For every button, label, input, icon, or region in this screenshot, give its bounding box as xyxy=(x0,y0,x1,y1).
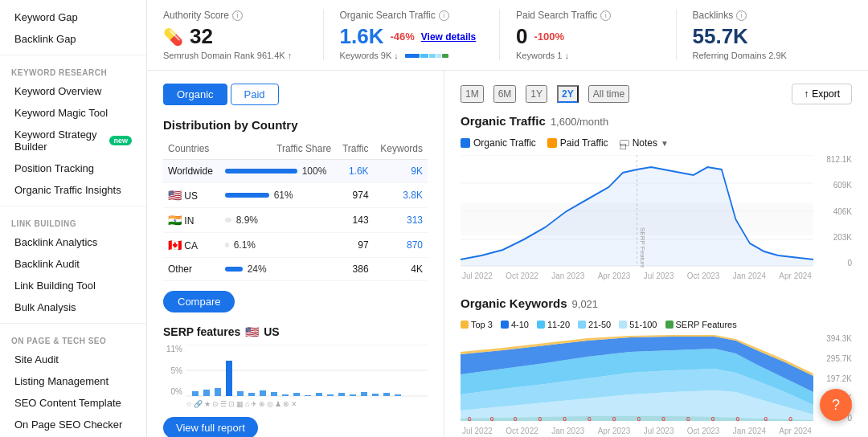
compare-button[interactable]: Compare xyxy=(163,291,235,312)
metric-value: 0 -100% xyxy=(516,24,660,49)
info-icon[interactable]: i xyxy=(600,10,611,21)
sidebar-item-label: Bulk Analysis xyxy=(14,301,76,313)
legend-top3: Top 3 xyxy=(461,320,493,329)
legend-color xyxy=(461,138,470,148)
info-icon[interactable]: i xyxy=(736,10,747,21)
legend-color xyxy=(619,321,627,329)
traffic-share: 8.9% xyxy=(220,208,336,233)
traffic-value: 143 xyxy=(336,208,374,233)
time-btn-6m[interactable]: 6M xyxy=(493,85,517,103)
legend-serp-features: SERP Features xyxy=(665,320,737,329)
export-button[interactable]: ↑ Export xyxy=(792,84,852,104)
right-panel: 1M 6M 1Y 2Y All time ↑ Export Organic Tr… xyxy=(444,71,868,437)
metric-title: Paid Search Traffic i xyxy=(516,10,660,21)
legend-color xyxy=(461,321,469,329)
notes-chevron[interactable]: ▼ xyxy=(661,139,669,148)
col-traffic: Traffic xyxy=(336,140,374,160)
keywords-value: 9K xyxy=(374,160,428,183)
serp-title: SERP features 🇺🇸 US xyxy=(163,325,428,338)
view-full-report-button[interactable]: View full report xyxy=(163,417,258,437)
metrics-bar: Authority Score i 💊 32 Semrush Domain Ra… xyxy=(147,0,868,71)
metric-sub: Semrush Domain Rank 961.4K ↑ xyxy=(163,51,307,60)
sidebar-item-link-building-tool[interactable]: Link Building Tool xyxy=(3,275,143,296)
sidebar-item-backlink-gap[interactable]: Backlink Gap xyxy=(3,28,143,50)
svg-text:G: G xyxy=(764,416,768,422)
country-name: 🇮🇳 IN xyxy=(163,208,220,233)
traffic-share: 6.1% xyxy=(220,233,336,258)
sidebar-item-backlink-analytics[interactable]: Backlink Analytics xyxy=(3,231,143,253)
legend-label: Notes xyxy=(633,137,657,149)
us-flag: 🇺🇸 xyxy=(245,325,259,338)
svg-text:G: G xyxy=(490,416,494,422)
metric-value: 55.7K xyxy=(693,24,837,49)
info-icon[interactable]: i xyxy=(232,10,243,21)
info-icon[interactable]: i xyxy=(439,10,449,21)
chart-legend: Organic Traffic Paid Traffic □ Notes ▼ xyxy=(461,137,852,149)
serp-chart-area: 11% 5% 0% xyxy=(163,345,428,409)
svg-rect-7 xyxy=(237,391,244,396)
svg-rect-20 xyxy=(383,393,390,396)
time-range: 1M 6M 1Y 2Y All time ↑ Export xyxy=(461,84,852,104)
sidebar-item-on-page-seo-checker[interactable]: On Page SEO Checker xyxy=(3,414,143,435)
organic-keywords-svg: G G G G G G G G G G G G G xyxy=(461,334,813,423)
time-btn-all[interactable]: All time xyxy=(588,85,629,103)
sidebar-item-keyword-strategy-builder[interactable]: Keyword Strategy Builder new xyxy=(3,124,143,157)
content-area: Organic Paid Distribution by Country Cou… xyxy=(147,71,868,437)
time-btn-1m[interactable]: 1M xyxy=(461,85,484,103)
sidebar-item-organic-traffic-insights[interactable]: Organic Traffic Insights xyxy=(3,179,143,201)
svg-rect-21 xyxy=(395,394,401,396)
keyword-bar xyxy=(405,54,448,58)
svg-text:G: G xyxy=(788,416,792,422)
sidebar-item-seo-content-template[interactable]: SEO Content Template xyxy=(3,392,143,414)
svg-rect-10 xyxy=(271,392,277,396)
legend-color xyxy=(547,138,557,148)
table-row: Worldwide 100% 1.6K 9K xyxy=(163,160,428,183)
metric-title: Backlinks i xyxy=(693,10,837,21)
col-countries: Countries xyxy=(163,140,220,160)
tab-paid[interactable]: Paid xyxy=(231,84,279,105)
metric-authority-score: Authority Score i 💊 32 Semrush Domain Ra… xyxy=(163,10,324,60)
svg-rect-15 xyxy=(327,394,334,396)
organic-chart-x-labels: Jul 2022Oct 2022Jan 2023Apr 2023Jul 2023… xyxy=(461,272,813,280)
legend-label: Paid Traffic xyxy=(560,137,608,149)
sidebar-section-link-building: LINK BUILDING xyxy=(0,211,146,231)
traffic-value: 97 xyxy=(336,233,374,258)
sidebar-item-backlink-audit[interactable]: Backlink Audit xyxy=(3,253,143,275)
svg-rect-19 xyxy=(372,394,379,396)
legend-organic: Organic Traffic xyxy=(461,137,536,149)
table-row: Other 24% 386 4K xyxy=(163,258,428,281)
metric-organic-search-traffic: Organic Search Traffic i 1.6K -46% View … xyxy=(340,10,501,60)
svg-text:G: G xyxy=(637,416,641,422)
sidebar-item-keyword-gap[interactable]: Keyword Gap xyxy=(3,6,143,28)
svg-rect-4 xyxy=(203,390,210,396)
traffic-bar xyxy=(225,169,297,174)
sidebar-item-keyword-magic-tool[interactable]: Keyword Magic Tool xyxy=(3,102,143,124)
organic-chart-y-labels: 812.1K 609K 406K 203K 0 xyxy=(817,155,852,280)
tab-organic[interactable]: Organic xyxy=(163,84,227,105)
sidebar-item-listing-management[interactable]: Listing Management xyxy=(3,370,143,392)
sidebar-item-site-audit[interactable]: Site Audit xyxy=(3,349,143,370)
sidebar-item-bulk-analysis[interactable]: Bulk Analysis xyxy=(3,296,143,318)
metric-backlinks: Backlinks i 55.7K Referring Domains 2.9K xyxy=(693,10,853,60)
sidebar-item-keyword-overview[interactable]: Keyword Overview xyxy=(3,80,143,102)
svg-rect-3 xyxy=(192,391,199,396)
legend-paid: Paid Traffic xyxy=(547,137,608,149)
sidebar-item-label: Backlink Audit xyxy=(14,258,80,270)
legend-21-50: 21-50 xyxy=(578,320,611,329)
metric-value: 1.6K -46% View details xyxy=(340,24,484,49)
legend-4-10: 4-10 xyxy=(501,320,529,329)
sidebar: Keyword Gap Backlink Gap KEYWORD RESEARC… xyxy=(0,0,147,437)
help-button[interactable]: ? xyxy=(820,389,852,421)
distribution-table: Countries Traffic Share Traffic Keywords… xyxy=(163,140,428,281)
tab-group: Organic Paid xyxy=(163,84,428,105)
sidebar-item-position-tracking[interactable]: Position Tracking xyxy=(3,157,143,179)
view-details-link[interactable]: View details xyxy=(421,31,476,43)
organic-keywords-title: Organic Keywords xyxy=(461,296,567,310)
sidebar-item-label: Keyword Overview xyxy=(14,85,101,97)
sidebar-item-label: Backlink Gap xyxy=(14,33,76,45)
time-btn-2y[interactable]: 2Y xyxy=(557,85,579,103)
organic-chart-svg-wrapper: SERP Features Jul 2022Oct 2022Jan 2023Ap… xyxy=(461,155,813,280)
time-btn-1y[interactable]: 1Y xyxy=(526,85,547,103)
svg-text:G: G xyxy=(686,416,690,422)
svg-text:G: G xyxy=(612,416,616,422)
